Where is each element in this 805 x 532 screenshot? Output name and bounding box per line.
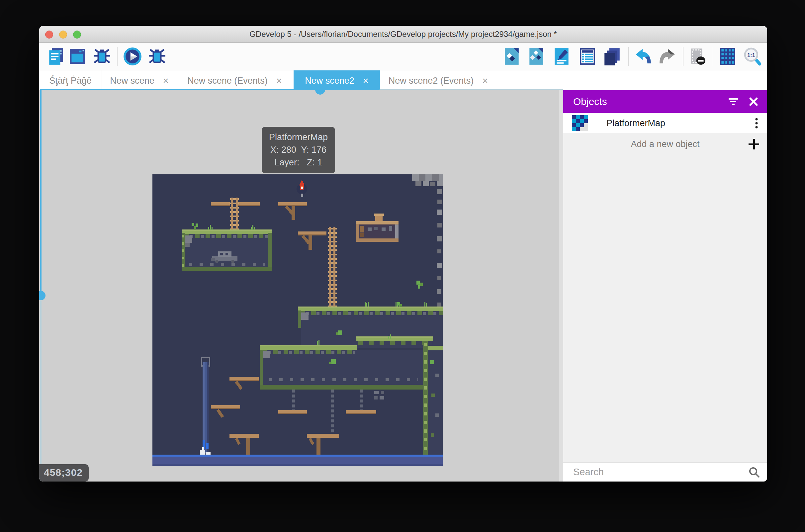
close-window-button[interactable] xyxy=(45,31,53,39)
layers-icon[interactable] xyxy=(602,47,622,66)
tooltip-object-name: PlatformerMap xyxy=(269,132,328,142)
gdevelop-window: GDevelop 5 - /Users/florian/Documents/GD… xyxy=(39,26,767,481)
tab-new-scene-events[interactable]: New scene (Events) × xyxy=(177,71,292,91)
pane-left-border-lower xyxy=(40,296,41,481)
minimize-window-button[interactable] xyxy=(59,31,67,39)
grid-icon[interactable] xyxy=(718,47,737,66)
tab-new-scene[interactable]: New scene × xyxy=(102,71,177,91)
main-area: PlatformerMapX: 280 Y: 176Layer: Z: 1 45… xyxy=(39,90,767,481)
close-tab-icon[interactable]: × xyxy=(482,76,488,86)
object-list-item[interactable]: PlatformerMap xyxy=(563,113,767,134)
title-bar: GDevelop 5 - /Users/florian/Documents/GD… xyxy=(39,26,767,43)
pane-left-border xyxy=(40,90,41,296)
tab-new-scene2-events[interactable]: New scene2 (Events) × xyxy=(380,71,496,91)
search-input[interactable] xyxy=(573,466,749,478)
close-tab-icon[interactable]: × xyxy=(363,76,369,86)
toolbar-separator xyxy=(713,47,713,66)
objects-editor-icon[interactable] xyxy=(502,47,521,66)
tab-label: New scene2 (Events) xyxy=(388,76,474,86)
close-panel-icon[interactable] xyxy=(749,90,759,113)
active-tab-indicator xyxy=(315,90,325,95)
tab-label: New scene (Events) xyxy=(187,76,268,86)
main-toolbar: 1:1 xyxy=(39,43,767,71)
kebab-menu-icon[interactable] xyxy=(755,113,758,133)
add-new-object-button[interactable]: Add a new object xyxy=(563,134,767,154)
svg-text:1:1: 1:1 xyxy=(747,52,755,58)
object-name: PlatformerMap xyxy=(607,118,665,129)
window-title: GDevelop 5 - /Users/florian/Documents/GD… xyxy=(249,30,557,39)
scene-window-icon[interactable] xyxy=(68,47,87,66)
zoom-window-button[interactable] xyxy=(73,31,81,39)
close-tab-icon[interactable]: × xyxy=(276,76,282,86)
toolbar-separator xyxy=(683,47,684,66)
tab-start-page[interactable]: Śţàŕţ Ṗàĝē xyxy=(39,71,102,91)
filter-icon[interactable] xyxy=(728,90,739,113)
objects-panel-title: Objects xyxy=(573,96,607,107)
instances-list-icon[interactable] xyxy=(578,47,597,66)
toolbar-separator xyxy=(628,47,629,66)
toolbar-separator xyxy=(117,47,118,66)
editor-tabs: Śţàŕţ Ṗàĝē New scene × New scene (Events… xyxy=(39,71,767,91)
object-thumbnail xyxy=(572,115,588,131)
object-search-bar xyxy=(563,462,767,481)
objects-panel: Objects Platform xyxy=(563,90,767,481)
add-new-object-label: Add a new object xyxy=(631,139,699,149)
object-groups-icon[interactable] xyxy=(527,47,546,66)
project-manager-icon[interactable] xyxy=(46,47,66,66)
green-platform-left xyxy=(181,223,272,271)
floor xyxy=(152,455,443,466)
redo-icon[interactable] xyxy=(658,47,677,66)
platformer-map-instance[interactable] xyxy=(152,174,443,466)
tab-label: New scene2 xyxy=(305,76,354,86)
zoom-1-1-icon[interactable]: 1:1 xyxy=(743,47,762,66)
debugger-icon[interactable] xyxy=(92,47,112,66)
debugger-icon[interactable] xyxy=(148,47,167,66)
mask-icon[interactable] xyxy=(688,47,707,66)
instance-tooltip: PlatformerMapX: 280 Y: 176Layer: Z: 1 xyxy=(262,127,335,173)
close-tab-icon[interactable]: × xyxy=(163,76,169,86)
scene-editor-canvas[interactable]: PlatformerMapX: 280 Y: 176Layer: Z: 1 45… xyxy=(39,90,559,481)
cursor-coordinates-badge: 458;302 xyxy=(39,464,89,481)
traffic-lights xyxy=(45,31,81,39)
tab-label: New scene xyxy=(110,76,154,86)
pane-drag-handle[interactable] xyxy=(39,291,45,300)
tab-label: Śţàŕţ Ṗàĝē xyxy=(49,76,92,86)
properties-icon[interactable] xyxy=(552,47,571,66)
undo-icon[interactable] xyxy=(633,47,652,66)
plus-icon xyxy=(748,134,760,154)
tooltip-layer: Layer: Z: 1 xyxy=(275,157,323,167)
preview-play-icon[interactable] xyxy=(123,47,142,66)
objects-panel-header: Objects xyxy=(563,90,767,113)
tooltip-position: X: 280 Y: 176 xyxy=(270,145,326,155)
tab-new-scene2[interactable]: New scene2 × xyxy=(293,71,380,91)
search-icon[interactable] xyxy=(749,462,760,481)
canvas-scrollbar-track[interactable] xyxy=(559,90,563,481)
